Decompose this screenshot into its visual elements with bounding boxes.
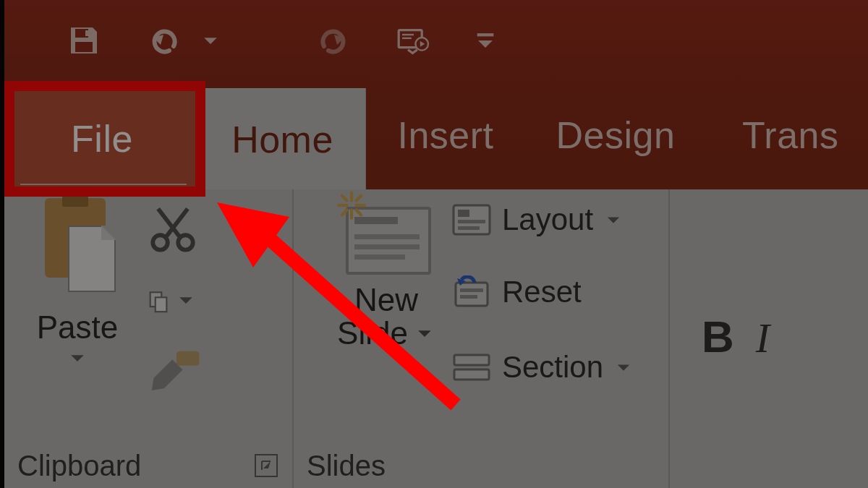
layout-dropdown-chevron-icon[interactable] <box>603 202 624 237</box>
svg-point-9 <box>178 235 192 249</box>
reset-label: Reset <box>502 275 582 309</box>
group-clipboard-label: Clipboard <box>17 450 141 482</box>
bold-button[interactable]: B <box>702 311 734 362</box>
group-slides-label: Slides <box>307 450 386 482</box>
ribbon-tabs: File Home Insert Design Trans <box>4 81 868 189</box>
tab-transitions-label: Trans <box>742 114 839 157</box>
copy-button[interactable] <box>146 276 197 327</box>
copy-icon <box>146 285 171 318</box>
svg-rect-24 <box>458 220 485 223</box>
new-slide-icon <box>336 194 437 281</box>
tab-home-label: Home <box>231 118 333 161</box>
title-bar <box>4 0 868 81</box>
new-slide-label-line1: New <box>321 283 451 317</box>
svg-rect-12 <box>176 351 199 366</box>
clipboard-dialog-launcher-icon[interactable] <box>253 453 279 479</box>
svg-rect-28 <box>460 295 477 299</box>
customize-qat-chevron-icon[interactable] <box>473 19 498 62</box>
ribbon: Paste Clipbo <box>4 189 868 488</box>
undo-icon[interactable] <box>143 19 187 62</box>
tab-design[interactable]: Design <box>525 81 706 189</box>
paste-button[interactable]: Paste <box>23 197 132 372</box>
sparkle-icon <box>336 189 367 221</box>
tab-insert-label: Insert <box>397 114 493 157</box>
layout-icon <box>451 203 492 236</box>
format-painter-button[interactable] <box>148 347 205 398</box>
svg-line-20 <box>357 196 362 201</box>
format-painter-icon <box>148 347 205 397</box>
svg-rect-27 <box>460 288 483 292</box>
scissors-icon <box>148 202 198 253</box>
section-dropdown-chevron-icon[interactable] <box>613 350 634 385</box>
reset-button[interactable]: Reset <box>451 275 582 309</box>
paste-dropdown-chevron-icon[interactable] <box>67 347 88 372</box>
tab-design-label: Design <box>556 114 676 157</box>
tab-insert[interactable]: Insert <box>366 81 525 189</box>
tab-file[interactable]: File <box>4 88 200 189</box>
new-slide-label-line2: Slide <box>337 317 408 350</box>
svg-rect-25 <box>458 226 480 230</box>
slideshow-from-beginning-icon[interactable] <box>392 19 435 62</box>
section-icon <box>451 351 492 384</box>
svg-rect-11 <box>156 297 167 312</box>
reset-icon <box>451 275 492 309</box>
copy-dropdown-chevron-icon[interactable] <box>175 289 197 314</box>
cut-button[interactable] <box>148 202 198 253</box>
group-clipboard: Paste Clipbo <box>4 189 294 488</box>
group-slides: New Slide Layout <box>294 189 670 488</box>
tab-transitions[interactable]: Trans <box>706 81 868 189</box>
paste-icon <box>38 197 117 305</box>
tab-home[interactable]: Home <box>200 88 366 189</box>
tab-file-label: File <box>71 117 133 160</box>
svg-rect-26 <box>456 283 488 306</box>
svg-line-21 <box>342 210 347 215</box>
section-label: Section <box>502 350 603 385</box>
svg-rect-1 <box>75 42 93 52</box>
svg-line-19 <box>357 210 362 215</box>
italic-button[interactable]: I <box>756 314 770 362</box>
new-slide-dropdown-chevron-icon[interactable] <box>414 317 435 350</box>
layout-button[interactable]: Layout <box>451 202 624 237</box>
group-font: B I <box>670 189 868 488</box>
section-button[interactable]: Section <box>451 350 634 385</box>
svg-point-8 <box>153 235 167 249</box>
svg-line-18 <box>342 196 347 201</box>
svg-rect-30 <box>454 369 489 380</box>
svg-rect-29 <box>454 355 489 365</box>
paste-label: Paste <box>23 309 132 346</box>
redo-icon[interactable] <box>311 19 354 62</box>
undo-dropdown-chevron-icon[interactable] <box>200 19 221 62</box>
svg-rect-2 <box>85 30 88 36</box>
layout-label: Layout <box>502 202 593 237</box>
svg-rect-7 <box>477 33 494 36</box>
new-slide-button[interactable]: New Slide <box>321 194 451 350</box>
app-window: File Home Insert Design Trans Paste <box>4 0 868 488</box>
save-icon[interactable] <box>62 19 106 62</box>
svg-rect-23 <box>458 210 469 217</box>
